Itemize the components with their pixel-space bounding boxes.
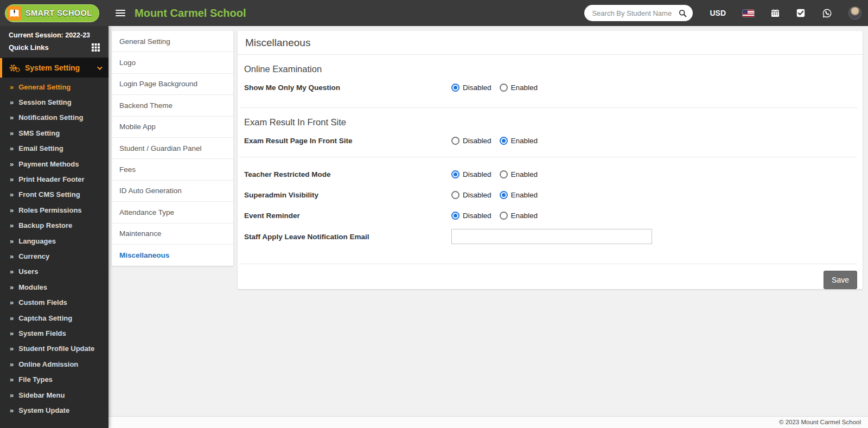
search-icon[interactable] [679,9,687,17]
radio-option-disabled[interactable]: Disabled [451,137,492,145]
radio-option-enabled[interactable]: Enabled [500,170,538,178]
sidebar-item[interactable]: » Backup Restore [0,218,108,233]
settings-menu-item-label: General Setting [119,37,170,46]
whatsapp-icon[interactable] [822,8,832,18]
sidebar-item[interactable]: » Custom Fields [0,295,108,310]
user-avatar[interactable] [849,7,861,19]
save-button[interactable]: Save [824,271,857,289]
submenu-arrow-icon: » [10,175,14,183]
submenu-arrow-icon: » [10,329,14,337]
settings-menu-item-label: Maintenance [119,229,161,238]
submenu-arrow-icon: » [10,237,14,245]
submenu-arrow-icon: » [10,252,14,260]
quick-links-grid-icon[interactable] [92,43,100,52]
search-input[interactable] [592,9,679,17]
radio-icon [500,212,508,220]
settings-menu-item[interactable]: Login Page Background [112,74,233,95]
sidebar-item[interactable]: » Captcha Setting [0,310,108,325]
sidebar-item[interactable]: » System Update [0,403,108,418]
sidebar-item[interactable]: » Modules [0,279,108,295]
submenu-arrow-icon: » [10,267,14,276]
radio-group: Disabled Enabled [451,137,538,145]
settings-menu-item[interactable]: ID Auto Generation [112,181,233,202]
sidebar-item[interactable]: » Email Setting [0,141,108,156]
current-session-label: Current Session: 2022-23 [9,31,100,39]
radio-icon [451,170,459,178]
radio-icon [451,137,459,145]
radio-option-enabled[interactable]: Enabled [500,137,538,145]
sidebar-item[interactable]: » Notification Setting [0,110,108,125]
submenu-arrow-icon: » [10,160,14,168]
page-title: Miscellaneous [238,31,863,55]
radio-icon [451,84,459,92]
sidebar-item-label: System Update [18,406,69,414]
radio-option-enabled[interactable]: Enabled [500,84,538,92]
sidebar-item[interactable]: » Users [0,264,108,279]
radio-icon [451,212,459,220]
setting-row: Staff Apply Leave Notification Email [244,226,856,247]
settings-menu-item[interactable]: Fees [112,159,233,180]
sidebar-item[interactable]: » Print Header Footer [0,171,108,187]
settings-menu-item[interactable]: Backend Theme [112,95,233,116]
radio-option-label: Enabled [511,170,538,178]
setting-label: Show Me Only My Question [244,84,451,92]
radio-option-disabled[interactable]: Disabled [451,212,492,220]
tasks-check-icon[interactable] [796,9,805,17]
top-header: SMART SCHOOL Mount Carmel School USD [0,0,868,26]
sidebar-item-label: SMS Setting [18,129,60,137]
sidebar-item-label: Payment Methods [18,160,79,168]
setting-row: Superadmin Visibility Disabled Enabled [244,184,856,205]
submenu-arrow-icon: » [10,391,14,399]
sidebar-item-label: Backup Restore [18,221,72,229]
radio-option-enabled[interactable]: Enabled [500,191,538,199]
radio-option-disabled[interactable]: Disabled [451,170,492,178]
currency-selector[interactable]: USD [710,9,726,17]
sidebar-item[interactable]: » File Types [0,372,108,387]
setting-label: Teacher Restricted Mode [244,170,451,178]
section-heading-exam-result: Exam Result In Front Site [244,117,856,127]
settings-menu-item[interactable]: Mobile App [112,117,233,138]
sidebar-item[interactable]: » Front CMS Setting [0,187,108,202]
us-flag-icon[interactable] [743,10,754,17]
school-name-title: Mount Carmel School [135,7,246,20]
submenu-arrow-icon: » [10,221,14,229]
settings-menu-item[interactable]: Miscellaneous [112,245,233,266]
radio-option-enabled[interactable]: Enabled [500,212,538,220]
sidebar-item[interactable]: » Payment Methods [0,156,108,171]
sidebar-item[interactable]: » SMS Setting [0,125,108,140]
calendar-icon[interactable] [771,9,780,17]
sidebar-item[interactable]: » Sidebar Menu [0,387,108,403]
sidebar-menu-system-setting[interactable]: System Setting [0,58,108,78]
sidebar-item[interactable]: » System Fields [0,325,108,341]
sidebar-item[interactable]: » Currency [0,248,108,264]
settings-menu-item[interactable]: Maintenance [112,223,233,245]
sidebar-item[interactable]: » Online Admission [0,356,108,372]
sidebar-item[interactable]: » General Setting [0,79,108,94]
hamburger-icon[interactable] [116,8,125,18]
sidebar-item[interactable]: » Student Profile Update [0,341,108,356]
radio-option-label: Enabled [511,212,538,220]
settings-menu-item[interactable]: Student / Guardian Panel [112,138,233,159]
setting-label: Exam Result Page In Front Site [244,137,451,145]
submenu-arrow-icon: » [10,406,14,414]
radio-option-label: Enabled [511,137,538,145]
radio-option-disabled[interactable]: Disabled [451,191,492,199]
submenu-arrow-icon: » [10,144,14,152]
setting-row: Exam Result Page In Front Site Disabled … [244,130,856,151]
app-logo[interactable]: SMART SCHOOL [5,4,99,22]
settings-menu-item-label: Fees [119,165,136,174]
settings-menu-item[interactable]: General Setting [112,31,233,52]
settings-menu-item[interactable]: Attendance Type [112,202,233,223]
sidebar-item[interactable]: » Session Setting [0,94,108,110]
sidebar-item[interactable]: » Roles Permissions [0,202,108,218]
submenu-arrow-icon: » [10,360,14,368]
main-content-card: Miscellaneous Online Examination Show Me… [238,31,863,289]
settings-menu-item[interactable]: Logo [112,52,233,73]
sidebar-item[interactable]: » Languages [0,233,108,248]
radio-option-disabled[interactable]: Disabled [451,84,492,92]
sidebar-item-label: System Fields [18,329,66,337]
chevron-down-icon [97,65,103,70]
submenu-arrow-icon: » [10,129,14,137]
radio-icon [500,191,508,199]
staff-leave-email-input[interactable] [451,229,652,244]
